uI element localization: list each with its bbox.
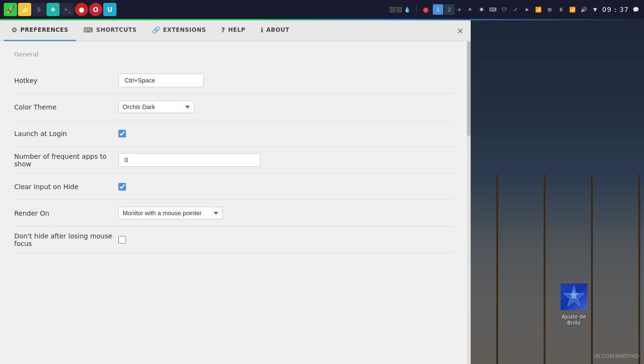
dont-hide-control — [118, 236, 456, 244]
panel-content: General Hotkey Color Theme Orchis Dark D… — [0, 41, 471, 364]
render-on-control: Monitor with a mouse pointer Primary Mon… — [118, 207, 456, 219]
launch-at-login-label: Launch at Login — [14, 130, 118, 137]
volume-icon[interactable]: 🔊 — [580, 5, 588, 14]
hotkey-input[interactable] — [118, 73, 204, 87]
tab-shortcuts-label: SHORTCUTS — [96, 27, 137, 33]
frequent-apps-label: Number of frequent apps to show — [14, 153, 118, 168]
tab-extensions[interactable]: 🔗 EXTENSIONS — [144, 20, 214, 41]
clear-input-checkbox[interactable] — [118, 183, 126, 191]
widget-label: Ajuste deBrillo — [562, 314, 586, 326]
tab-help[interactable]: ? HELP — [214, 20, 253, 41]
pause-icon[interactable]: ⏸ — [557, 5, 565, 14]
taskbar-red-app[interactable]: ● — [75, 3, 88, 16]
scrollbar-track[interactable] — [467, 41, 471, 364]
tab-shortcuts[interactable]: ⌨ SHORTCUTS — [76, 20, 144, 41]
signal-icon[interactable]: 📶 — [534, 5, 543, 14]
workspace-add[interactable]: + — [456, 6, 463, 13]
wifi-icon[interactable]: 📶 — [568, 5, 577, 14]
taskbar-sep1 — [416, 5, 417, 14]
render-on-label: Render On — [14, 209, 118, 217]
taskbar-steam[interactable]: S — [32, 3, 45, 16]
launch-at-login-control — [118, 130, 456, 137]
scrollbar-thumb[interactable] — [467, 41, 471, 136]
hotkey-control — [118, 73, 456, 87]
clock: 09 : 37 — [602, 6, 629, 13]
widget-icon — [561, 283, 587, 310]
clear-input-control — [118, 183, 456, 191]
preferences-panel: ⚙ PREFERENCES ⌨ SHORTCUTS 🔗 EXTENSIONS ?… — [0, 20, 471, 364]
chat-icon[interactable]: 💬 — [632, 5, 640, 14]
droplet-icon[interactable]: 💧 — [403, 5, 411, 14]
help-icon: ? — [221, 26, 225, 34]
gear-icon: ⚙ — [11, 26, 18, 34]
keyboard-icon[interactable]: ⌨ — [489, 5, 497, 14]
tab-preferences[interactable]: ⚙ PREFERENCES — [4, 20, 76, 41]
tab-extensions-label: EXTENSIONS — [163, 27, 206, 33]
watermark: VK.COM/RAIDYHD — [593, 353, 639, 359]
taskbar-opera[interactable]: O — [89, 3, 102, 16]
color-theme-select[interactable]: Orchis Dark Default Light Default Dark — [118, 100, 194, 113]
panel-accent-bar — [0, 19, 644, 20]
extensions-icon: 🔗 — [152, 26, 161, 34]
clear-input-label: Clear Input on Hide — [14, 183, 118, 191]
settings-icon[interactable]: ✱ — [477, 5, 486, 14]
color-theme-row: Color Theme Orchis Dark Default Light De… — [14, 94, 456, 120]
workspace-1[interactable]: 1 — [433, 4, 443, 15]
frequent-apps-input[interactable] — [118, 153, 260, 167]
dont-hide-label: Don't hide after losing mouse focus — [14, 232, 118, 247]
desktop-widget[interactable]: Ajuste deBrillo — [561, 283, 587, 326]
workspace-2[interactable]: 2 — [444, 4, 455, 15]
hotkey-row: Hotkey — [14, 67, 456, 94]
chevron-down-icon[interactable]: ▼ — [591, 5, 599, 14]
monitor-icon[interactable]: ⬛⬛ — [392, 5, 400, 14]
dont-hide-checkbox[interactable] — [118, 236, 126, 244]
color-theme-label: Color Theme — [14, 103, 118, 111]
shield-icon[interactable]: 🛡 — [500, 5, 509, 14]
render-on-select[interactable]: Monitor with a mouse pointer Primary Mon… — [118, 207, 223, 219]
clear-input-row: Clear Input on Hide — [14, 173, 456, 200]
taskbar-unikey[interactable]: U — [103, 3, 116, 16]
frequent-apps-row: Number of frequent apps to show — [14, 147, 456, 173]
taskbar-files[interactable]: 📁 — [18, 3, 31, 16]
render-on-row: Render On Monitor with a mouse pointer P… — [14, 200, 456, 227]
dont-hide-row: Don't hide after losing mouse focus — [14, 227, 456, 253]
tab-about[interactable]: ℹ ABOUT — [253, 20, 297, 41]
taskbar: 🚀 📁 S ⊕ >_ ● O U ⬛⬛ 💧 ● 1 2 + ☀ ✱ ⌨ 🛡 ✓ … — [0, 0, 644, 19]
taskbar-terminal[interactable]: >_ — [61, 3, 74, 16]
brightness-icon — [562, 285, 586, 309]
launch-at-login-row: Launch at Login — [14, 120, 456, 147]
taskbar-badge[interactable]: ⊕ — [46, 3, 60, 16]
close-button[interactable]: × — [454, 24, 467, 37]
record-icon[interactable]: ● — [421, 5, 430, 14]
tab-preferences-label: PREFERENCES — [20, 27, 68, 33]
taskbar-app-launcher[interactable]: 🚀 — [4, 3, 17, 16]
taskbar-app-icons: 🚀 📁 S ⊕ >_ ● O U — [4, 3, 390, 16]
section-title: General — [14, 51, 456, 58]
battery-alt-icon[interactable]: ⊞ — [546, 5, 554, 14]
info-icon: ℹ — [260, 26, 263, 34]
frequent-apps-control — [118, 153, 456, 167]
panel-tabs: ⚙ PREFERENCES ⌨ SHORTCUTS 🔗 EXTENSIONS ?… — [0, 20, 471, 41]
tab-about-label: ABOUT — [266, 27, 289, 33]
hotkey-label: Hotkey — [14, 77, 118, 84]
workspace-buttons: 1 2 + — [433, 4, 463, 15]
keyboard-tab-icon: ⌨ — [83, 26, 93, 34]
sun-icon[interactable]: ☀ — [466, 5, 474, 14]
arrow-icon[interactable]: ➤ — [523, 5, 531, 14]
check-icon[interactable]: ✓ — [511, 5, 520, 14]
color-theme-control: Orchis Dark Default Light Default Dark — [118, 100, 456, 113]
tab-help-label: HELP — [228, 27, 246, 33]
launch-at-login-checkbox[interactable] — [118, 130, 126, 137]
taskbar-right: ⬛⬛ 💧 ● 1 2 + ☀ ✱ ⌨ 🛡 ✓ ➤ 📶 ⊞ ⏸ 📶 🔊 ▼ 09 … — [392, 4, 640, 15]
